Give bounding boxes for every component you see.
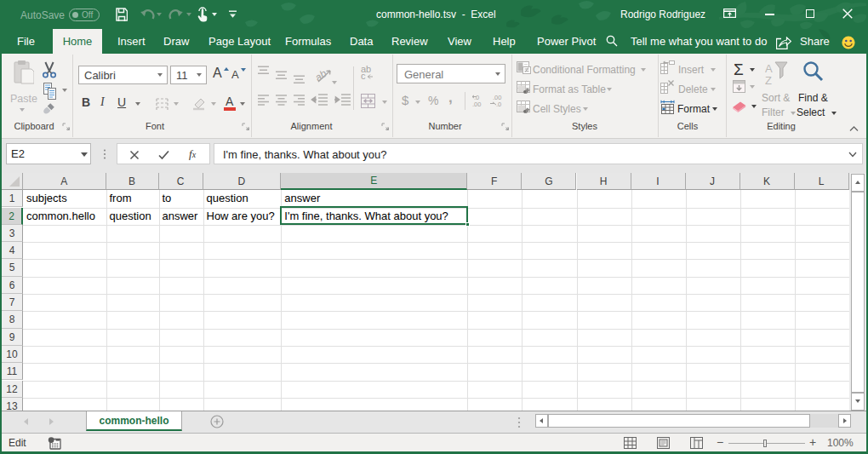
svg-text:A: A [765,62,773,75]
svg-text:.0: .0 [496,101,501,107]
svg-text:.00: .00 [472,101,481,107]
svg-text:ab: ab [312,67,328,83]
svg-text:c: c [361,71,366,80]
svg-text:Z: Z [765,74,772,84]
